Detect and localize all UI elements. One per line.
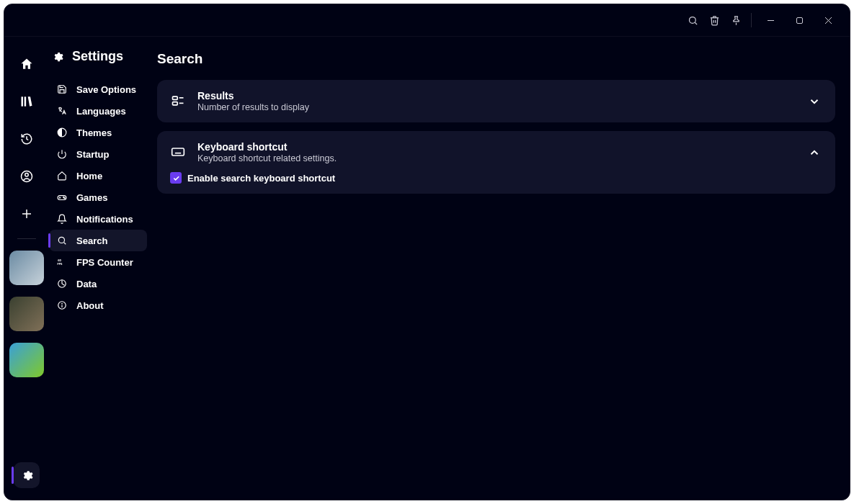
main-content: Search Results Number of results to disp…: [147, 37, 850, 500]
library-icon[interactable]: [14, 89, 40, 114]
nav-languages[interactable]: Languages: [49, 100, 147, 122]
settings-nav: Settings Save Options Languages Themes: [49, 37, 147, 500]
nav-label: Search: [76, 235, 107, 246]
nav-fps-counter[interactable]: 60FPS FPS Counter: [49, 251, 147, 273]
titlebar: [4, 4, 850, 37]
svg-point-0: [689, 17, 695, 23]
home-icon[interactable]: [14, 51, 40, 77]
nav-data[interactable]: Data: [49, 273, 147, 294]
nav-label: Home: [76, 171, 102, 181]
nav-label: FPS Counter: [76, 257, 133, 268]
info-icon: [56, 300, 68, 310]
nav-label: Startup: [76, 149, 110, 160]
minimize-button[interactable]: [756, 9, 785, 31]
left-sidebar: [4, 37, 49, 500]
svg-line-20: [64, 243, 66, 245]
gear-icon: [52, 51, 65, 63]
search-icon[interactable]: [682, 9, 703, 31]
settings-title-text: Settings: [72, 49, 123, 64]
chevron-down-icon: [806, 94, 822, 109]
nav-games[interactable]: Games: [49, 186, 147, 208]
nav-label: Themes: [76, 127, 112, 138]
svg-point-18: [64, 198, 65, 199]
keyboard-icon: [170, 144, 186, 160]
results-title: Results: [197, 90, 795, 102]
history-icon[interactable]: [14, 126, 40, 152]
sidebar-divider: [17, 238, 36, 239]
save-icon: [56, 84, 68, 94]
results-icon: [170, 93, 186, 109]
theme-icon: [56, 127, 68, 138]
settings-heading: Settings: [49, 49, 147, 64]
close-button[interactable]: [814, 9, 842, 31]
nav-label: Games: [76, 192, 107, 203]
settings-button[interactable]: [14, 462, 40, 488]
chevron-up-icon: [806, 145, 822, 161]
checkbox-checked-icon: [170, 172, 182, 184]
enable-shortcut-checkbox[interactable]: Enable search keyboard shortcut: [170, 172, 822, 184]
pin-icon[interactable]: [725, 9, 747, 31]
nav-label: Data: [76, 279, 97, 289]
app-body: Settings Save Options Languages Themes: [4, 37, 850, 500]
keyboard-title: Keyboard shortcut: [197, 141, 795, 153]
results-card[interactable]: Results Number of results to display: [157, 80, 835, 122]
keyboard-shortcut-card: Keyboard shortcut Keyboard shortcut rela…: [157, 131, 835, 194]
svg-text:60: 60: [58, 258, 61, 262]
nav-home[interactable]: Home: [49, 165, 147, 186]
svg-rect-31: [172, 148, 184, 156]
data-icon: [56, 279, 68, 289]
home-nav-icon: [56, 171, 68, 181]
language-icon: [56, 106, 68, 116]
svg-rect-28: [173, 102, 178, 105]
results-subtitle: Number of results to display: [197, 102, 795, 112]
game-thumbnail-2[interactable]: [9, 297, 44, 331]
page-title: Search: [157, 51, 835, 67]
maximize-button[interactable]: [785, 9, 814, 31]
nav-notifications[interactable]: Notifications: [49, 208, 147, 230]
keyboard-subtitle: Keyboard shortcut related settings.: [197, 153, 795, 163]
svg-rect-27: [173, 96, 178, 99]
nav-label: About: [76, 300, 104, 311]
svg-rect-6: [22, 96, 24, 106]
power-icon: [56, 149, 68, 159]
nav-label: Notifications: [76, 214, 133, 225]
app-window: Settings Save Options Languages Themes: [4, 4, 850, 500]
game-thumbnail-1[interactable]: [9, 251, 44, 285]
nav-label: Save Options: [76, 84, 136, 95]
svg-rect-3: [796, 17, 802, 23]
svg-point-26: [62, 303, 63, 304]
bell-icon: [56, 214, 68, 224]
keyboard-card-header[interactable]: Keyboard shortcut Keyboard shortcut rela…: [170, 141, 822, 163]
titlebar-divider: [751, 13, 752, 27]
nav-themes[interactable]: Themes: [49, 122, 147, 143]
nav-label: Languages: [76, 106, 126, 117]
svg-rect-7: [25, 96, 27, 106]
svg-point-9: [25, 174, 29, 177]
search-nav-icon: [56, 235, 68, 246]
nav-startup[interactable]: Startup: [49, 143, 147, 165]
gamepad-icon: [56, 192, 68, 202]
svg-point-19: [58, 237, 64, 243]
fps-icon: 60FPS: [56, 257, 68, 267]
add-icon[interactable]: [14, 201, 40, 227]
nav-about[interactable]: About: [49, 294, 147, 316]
nav-search[interactable]: Search: [49, 230, 147, 251]
checkbox-label: Enable search keyboard shortcut: [187, 173, 335, 184]
svg-text:FPS: FPS: [58, 263, 63, 266]
svg-line-1: [695, 22, 697, 24]
nav-save-options[interactable]: Save Options: [49, 78, 147, 100]
game-thumbnail-3[interactable]: [9, 343, 44, 377]
trash-icon[interactable]: [703, 9, 725, 31]
profile-icon[interactable]: [14, 163, 40, 189]
